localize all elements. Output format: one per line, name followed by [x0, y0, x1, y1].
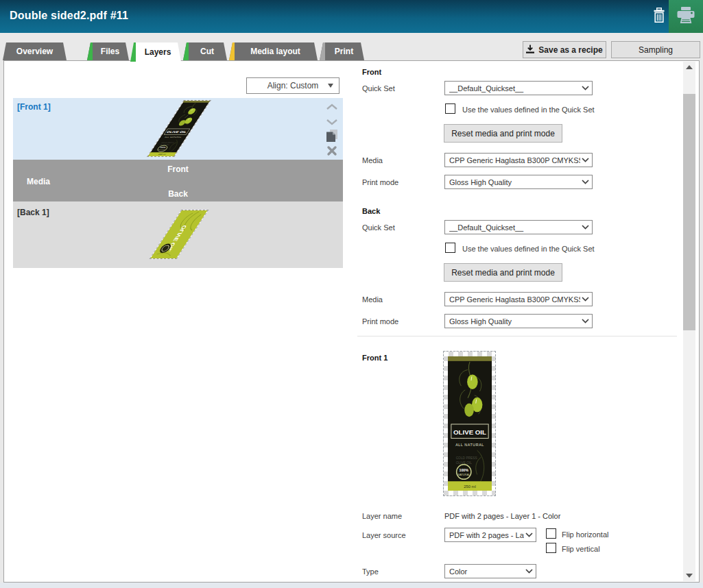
flip-horizontal-label: Flip horizontal	[562, 530, 608, 539]
chevron-down-icon	[525, 532, 533, 537]
chevron-down-icon	[582, 158, 589, 162]
type-label: Type	[362, 567, 379, 576]
download-icon	[526, 45, 534, 56]
chevron-down-icon	[326, 116, 338, 128]
flip-vertical-checkbox[interactable]	[546, 543, 556, 553]
tab-layers[interactable]: Layers	[130, 42, 181, 62]
job-title: Double sided2.pdf #11	[10, 10, 128, 22]
layers-tab-content: OLIVE OIL ALL NATURAL COLD PRESS OLIVE O…	[3, 60, 700, 583]
tab-layers-label: Layers	[145, 47, 171, 57]
trash-icon	[652, 8, 666, 26]
type-value: Color	[449, 567, 524, 576]
quick-set-value: __Default_Quickset__	[449, 223, 580, 232]
layer-source-label: Layer source	[362, 531, 406, 539]
tab-media-layout[interactable]: Media layout	[229, 42, 318, 60]
duplicate-layer-button[interactable]	[324, 130, 340, 145]
flip-vertical-label: Flip vertical	[562, 545, 600, 553]
tab-files-label: Files	[101, 47, 119, 56]
print-mode-dropdown[interactable]: Gloss High Quality	[444, 314, 593, 328]
scroll-down-button[interactable]	[683, 570, 695, 581]
reset-button-label: Reset media and print mode	[451, 129, 555, 138]
chevron-down-icon	[525, 569, 533, 574]
back-layer-row[interactable]: [Back 1] OLIVE OIL	[13, 201, 343, 268]
section-heading: Front	[362, 68, 381, 76]
tab-overview-label: Overview	[16, 47, 53, 56]
tab-cut-label: Cut	[200, 47, 214, 56]
type-dropdown[interactable]: Color	[444, 564, 536, 578]
chevron-down-icon	[582, 297, 589, 302]
layer-name-value: PDF with 2 pages - Layer 1 - Color	[444, 512, 560, 520]
move-layer-down-button[interactable]	[324, 114, 340, 130]
triangle-down-icon	[686, 574, 693, 578]
tab-print[interactable]: Print	[320, 42, 364, 60]
print-mode-value: Gloss High Quality	[449, 178, 580, 186]
align-dropdown-value: Align: Custom	[267, 81, 319, 90]
tab-layers-status-stripe	[130, 42, 136, 62]
front-layer-thumbnail[interactable]	[147, 100, 211, 157]
vertical-scrollbar[interactable]	[683, 62, 695, 581]
use-quick-set-label: Use the values defined in the Quick Set	[462, 106, 595, 114]
print-job-button[interactable]	[669, 0, 703, 33]
delete-job-button[interactable]	[647, 4, 671, 29]
scrollbar-thumb[interactable]	[683, 94, 695, 330]
horizontal-scroll-area	[0, 583, 703, 588]
media-dropdown[interactable]: CPP Generic Haglasta B300P CMYKSS-AU-3	[444, 292, 593, 306]
back-layer-thumbnail[interactable]: OLIVE OIL	[150, 210, 209, 259]
move-layer-up-button[interactable]	[324, 99, 340, 114]
chevron-down-icon	[582, 180, 589, 184]
front-layer-row[interactable]: [Front 1]	[13, 98, 343, 160]
tab-media-layout-label: Media layout	[250, 47, 300, 56]
print-mode-label: Print mode	[362, 178, 398, 186]
tab-files[interactable]: Files	[87, 42, 129, 60]
save-as-recipe-button[interactable]: Save as a recipe	[523, 41, 606, 58]
tab-cut[interactable]: Cut	[183, 42, 227, 60]
back-layer-row-label: [Back 1]	[17, 208, 49, 217]
media-band-front-label: Front	[13, 164, 343, 174]
media-value: CPP Generic Haglasta B300P CMYKSS-AU-3	[449, 295, 580, 304]
chevron-down-icon	[582, 319, 589, 323]
reset-button-label: Reset media and print mode	[451, 268, 555, 278]
printer-icon	[676, 6, 696, 27]
chevron-down-icon	[328, 84, 333, 88]
tab-overview[interactable]: Overview	[3, 42, 67, 60]
media-band-back-label: Back	[13, 189, 343, 199]
delete-layer-button[interactable]	[324, 145, 340, 160]
title-bar: Double sided2.pdf #11	[0, 0, 703, 33]
media-value: CPP Generic Haglasta B300P CMYKSS-AU-3	[449, 156, 580, 164]
tab-files-status-stripe	[87, 42, 93, 60]
layer-source-dropdown[interactable]: PDF with 2 pages - Layer 1	[444, 528, 536, 542]
section-heading: Back	[362, 207, 380, 215]
flip-horizontal-checkbox[interactable]	[546, 528, 556, 539]
media-label: Media	[362, 295, 383, 304]
media-band: Front Media Back	[13, 160, 343, 201]
reset-media-print-mode-button[interactable]: Reset media and print mode	[444, 124, 562, 143]
layer-source-value: PDF with 2 pages - Layer 1	[449, 531, 524, 539]
front1-heading: Front 1	[362, 354, 388, 362]
media-label: Media	[362, 156, 383, 164]
quick-set-dropdown[interactable]: __Default_Quickset__	[444, 220, 593, 234]
scroll-up-button[interactable]	[683, 62, 695, 73]
section-divider	[357, 336, 677, 336]
front1-layer-preview	[443, 351, 496, 496]
use-quick-set-checkbox[interactable]	[445, 103, 455, 114]
quick-set-label: Quick Set	[362, 223, 395, 232]
sampling-button[interactable]: Sampling	[611, 41, 700, 58]
duplicate-icon	[326, 129, 338, 145]
front-row-actions	[324, 99, 340, 160]
quick-set-value: __Default_Quickset__	[449, 84, 580, 93]
print-mode-label: Print mode	[362, 317, 398, 326]
chevron-down-icon	[582, 86, 589, 90]
tab-cut-status-stripe	[183, 42, 189, 60]
print-mode-dropdown[interactable]: Gloss High Quality	[444, 175, 593, 189]
tab-print-status-stripe	[320, 42, 325, 60]
reset-media-print-mode-button[interactable]: Reset media and print mode	[444, 263, 562, 282]
quick-set-dropdown[interactable]: __Default_Quickset__	[444, 81, 593, 95]
tab-media-layout-status-stripe	[229, 42, 235, 60]
tab-print-label: Print	[335, 47, 353, 56]
media-dropdown[interactable]: CPP Generic Haglasta B300P CMYKSS-AU-3	[444, 153, 593, 167]
use-quick-set-checkbox[interactable]	[445, 243, 455, 253]
align-dropdown[interactable]: Align: Custom	[246, 77, 339, 94]
quick-set-label: Quick Set	[362, 84, 395, 93]
media-band-media-label: Media	[27, 177, 50, 186]
chevron-down-icon	[582, 225, 589, 230]
